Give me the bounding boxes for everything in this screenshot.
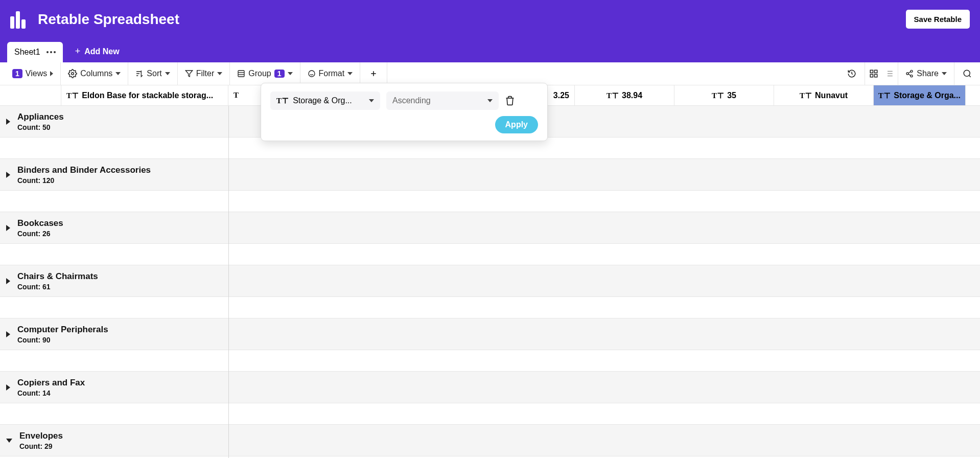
add-column-button[interactable]	[360, 62, 387, 85]
group-column-select[interactable]: T⊤ Storage & Org...	[270, 91, 380, 110]
app-header: Retable Spreadsheet Save Retable	[0, 0, 980, 38]
groups-container[interactable]: AppliancesCount: 50Binders and Binder Ac…	[0, 106, 980, 458]
text-type-icon: T⊤	[712, 91, 724, 100]
views-button[interactable]: 1 Views	[5, 62, 61, 85]
group-name: Envelopes	[19, 431, 63, 441]
column-header[interactable]: T⊤ Eldon Base for stackable storag...	[61, 85, 228, 105]
group-block: Chairs & ChairmatsCount: 61	[0, 265, 980, 318]
svg-rect-8	[871, 70, 873, 73]
add-new-label: Add New	[84, 47, 119, 56]
group-label: Group	[248, 69, 271, 78]
save-button[interactable]: Save Retable	[906, 10, 970, 29]
toolbar: 1 Views Columns Sort Filter Group 1 Fo	[0, 62, 980, 85]
svg-line-21	[908, 74, 911, 76]
group-text: Chairs & ChairmatsCount: 61	[17, 271, 98, 291]
group-direction-label: Ascending	[392, 96, 431, 105]
chevron-down-icon	[115, 72, 121, 75]
group-count: Count: 90	[17, 336, 108, 344]
column-label: 38.94	[622, 91, 642, 100]
list-view-button[interactable]	[882, 62, 898, 85]
expand-toggle-icon[interactable]	[6, 225, 10, 231]
columns-button[interactable]: Columns	[61, 62, 128, 85]
format-label: Format	[319, 69, 345, 78]
expand-toggle-icon[interactable]	[6, 331, 10, 337]
share-label: Share	[917, 69, 939, 78]
group-text: Copiers and FaxCount: 14	[17, 378, 85, 397]
group-spacer	[0, 244, 980, 265]
svg-rect-9	[875, 70, 877, 73]
share-button[interactable]: Share	[898, 62, 954, 85]
chevron-down-icon	[165, 72, 170, 75]
tabs-row: Sheet1 + Add New	[0, 38, 980, 62]
grid-view-button[interactable]	[865, 62, 882, 85]
svg-marker-1	[185, 71, 192, 77]
group-icon	[237, 70, 245, 78]
group-text: Computer PeripheralsCount: 90	[17, 325, 108, 344]
share-icon	[905, 70, 914, 78]
group-direction-select[interactable]: Ascending	[386, 91, 499, 110]
column-label: Storage & Orga...	[894, 91, 961, 100]
expand-toggle-icon[interactable]	[6, 384, 10, 391]
chevron-right-icon	[50, 71, 53, 76]
sort-label: Sort	[147, 69, 161, 78]
add-new-tab[interactable]: + Add New	[73, 40, 122, 62]
group-badge: 1	[274, 70, 285, 78]
expand-toggle-icon[interactable]	[6, 119, 10, 125]
group-spacer	[0, 403, 980, 425]
filter-button[interactable]: Filter	[178, 62, 230, 85]
group-count: Count: 120	[17, 176, 151, 185]
app-logo	[10, 10, 29, 29]
column-label: 35	[727, 91, 736, 100]
expand-toggle-icon[interactable]	[6, 278, 10, 284]
group-header[interactable]: EnvelopesCount: 29	[0, 425, 980, 456]
group-header[interactable]: Binders and Binder AccessoriesCount: 120	[0, 159, 980, 191]
group-header[interactable]: Computer PeripheralsCount: 90	[0, 318, 980, 350]
more-icon[interactable]	[46, 51, 56, 53]
group-name: Chairs & Chairmats	[17, 271, 98, 282]
column-header[interactable]: T⊤ 35	[674, 85, 774, 105]
grid-icon	[869, 69, 878, 78]
svg-point-18	[911, 70, 913, 72]
apply-button[interactable]: Apply	[495, 116, 538, 133]
toolbar-right: Share	[839, 62, 980, 85]
expand-toggle-icon[interactable]	[6, 439, 12, 443]
views-badge: 1	[12, 69, 22, 78]
column-header[interactable]: T⊤ 38.94	[575, 85, 674, 105]
group-header[interactable]: Copiers and FaxCount: 14	[0, 372, 980, 403]
sort-button[interactable]: Sort	[128, 62, 177, 85]
apply-row: Apply	[270, 116, 538, 133]
chevron-down-icon	[347, 72, 353, 75]
sort-icon	[135, 70, 144, 78]
history-button[interactable]	[839, 62, 865, 85]
group-header[interactable]: Chairs & ChairmatsCount: 61	[0, 265, 980, 297]
group-popup-row: T⊤ Storage & Org... Ascending	[270, 91, 538, 110]
group-block: EnvelopesCount: 29	[0, 425, 980, 456]
group-column-label: Storage & Org...	[293, 96, 352, 105]
group-button[interactable]: Group 1	[230, 62, 300, 85]
column-header-grouped[interactable]: T⊤ Storage & Orga...	[874, 85, 966, 105]
group-name: Appliances	[17, 112, 64, 122]
chevron-down-icon	[369, 99, 374, 102]
plus-icon	[369, 70, 378, 78]
group-spacer	[0, 191, 980, 212]
trash-icon[interactable]	[505, 96, 515, 106]
chevron-down-icon	[942, 72, 947, 75]
filter-icon	[185, 70, 193, 78]
svg-line-22	[908, 72, 911, 73]
sheet-tab[interactable]: Sheet1	[7, 42, 63, 62]
text-type-icon: T⊤	[66, 91, 79, 100]
format-button[interactable]: Format	[300, 62, 361, 85]
plus-icon: +	[75, 46, 81, 57]
views-label: Views	[26, 69, 47, 78]
svg-line-24	[969, 75, 970, 77]
search-button[interactable]	[954, 62, 980, 85]
column-header[interactable]: T⊤ Nunavut	[774, 85, 874, 105]
group-block: Computer PeripheralsCount: 90	[0, 318, 980, 372]
search-icon	[963, 69, 972, 78]
svg-point-19	[906, 73, 908, 75]
svg-point-5	[309, 71, 315, 77]
expand-toggle-icon[interactable]	[6, 172, 10, 178]
group-spacer	[0, 297, 980, 318]
group-header[interactable]: BookcasesCount: 26	[0, 212, 980, 244]
text-type-icon: T⊤	[800, 91, 812, 100]
